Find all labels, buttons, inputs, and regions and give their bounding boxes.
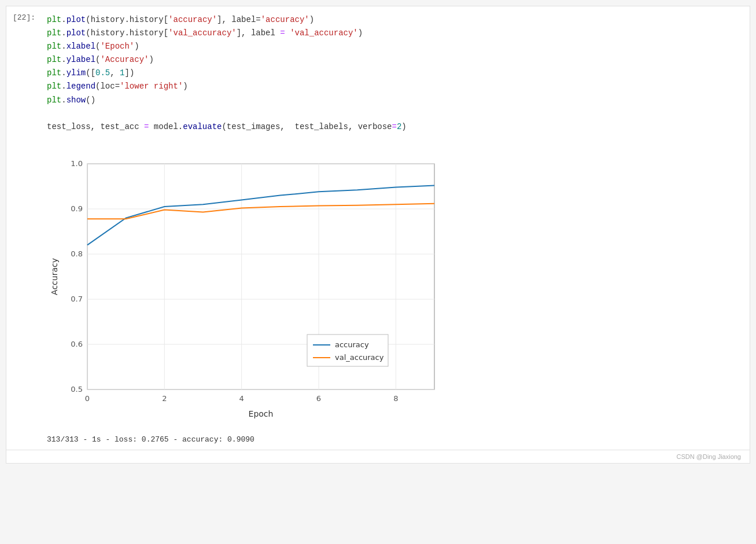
- svg-text:0.5: 0.5: [71, 385, 83, 394]
- svg-text:val_accuracy: val_accuracy: [335, 353, 384, 362]
- svg-text:0.8: 0.8: [71, 249, 83, 258]
- svg-text:Epoch: Epoch: [249, 409, 274, 418]
- svg-text:6: 6: [316, 394, 321, 403]
- svg-text:accuracy: accuracy: [335, 340, 369, 349]
- svg-text:Accuracy: Accuracy: [50, 258, 59, 295]
- svg-text:0.9: 0.9: [71, 204, 83, 213]
- chart-container: 0.50.60.70.80.91.002468EpochAccuracyaccu…: [47, 146, 738, 429]
- cell-label: [22]:: [6, 12, 41, 135]
- svg-text:0.7: 0.7: [71, 295, 83, 303]
- svg-text:2: 2: [162, 394, 167, 403]
- svg-text:4: 4: [239, 394, 244, 403]
- output-text: 313/313 - 1s - loss: 0.2765 - accuracy: …: [47, 435, 738, 444]
- cell-input: [22]: plt.plot(history.history['accuracy…: [6, 6, 750, 141]
- svg-text:0.6: 0.6: [71, 340, 83, 348]
- svg-text:8: 8: [393, 394, 398, 403]
- watermark: CSDN @Ding Jiaxiong: [6, 450, 750, 463]
- accuracy-chart: 0.50.60.70.80.91.002468EpochAccuracyaccu…: [47, 149, 452, 421]
- cell-code: plt.plot(history.history['accuracy'], la…: [41, 12, 750, 135]
- cell-output: 0.50.60.70.80.91.002468EpochAccuracyaccu…: [6, 141, 750, 450]
- svg-text:0: 0: [85, 394, 90, 403]
- svg-text:1.0: 1.0: [71, 159, 83, 168]
- notebook-cell: [22]: plt.plot(history.history['accuracy…: [6, 6, 750, 464]
